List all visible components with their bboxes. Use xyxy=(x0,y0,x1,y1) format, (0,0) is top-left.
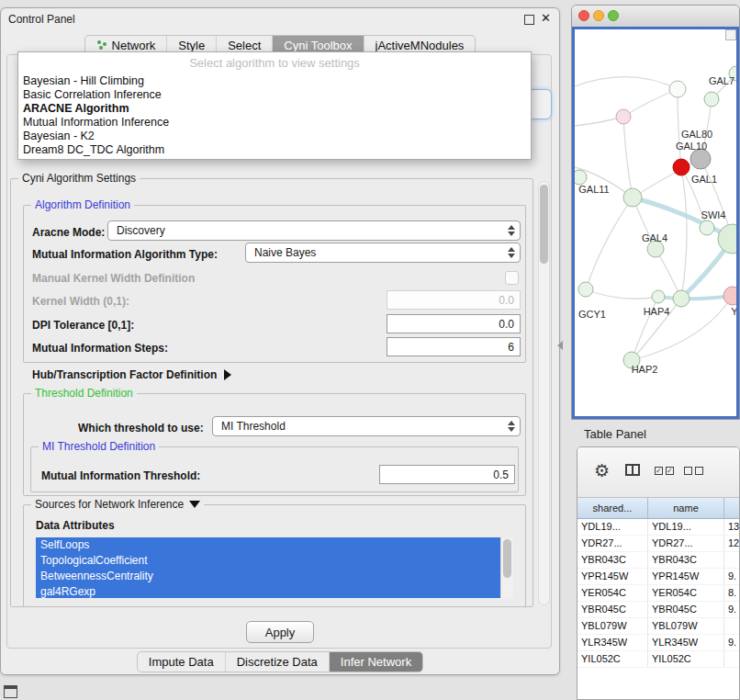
table-row[interactable]: YBL079WYBL079W xyxy=(577,618,739,635)
data-attribute-item[interactable]: SelfLoops xyxy=(36,537,500,553)
checked-box-icon xyxy=(666,467,674,475)
network-node[interactable] xyxy=(575,170,587,185)
table-row[interactable]: YIL052CYIL052C xyxy=(577,651,739,668)
tab-label: Style xyxy=(178,39,205,52)
mi-steps-label: Mutual Information Steps: xyxy=(32,342,168,355)
zoom-traffic-light[interactable] xyxy=(608,10,619,21)
settings-scrollbar-thumb[interactable] xyxy=(540,185,548,264)
splitter-arrow-icon[interactable] xyxy=(557,341,563,350)
gear-icon[interactable] xyxy=(594,460,610,481)
algorithm-option[interactable]: ARACNE Algorithm xyxy=(18,102,531,116)
node-label: Y xyxy=(731,306,738,317)
table-row[interactable]: YLR345WYLR345W9. xyxy=(577,635,739,651)
network-node[interactable] xyxy=(623,188,642,207)
network-edge[interactable] xyxy=(658,296,733,299)
mi-threshold-value: 0.5 xyxy=(493,469,509,481)
list-scrollbar[interactable] xyxy=(500,537,513,598)
network-edge[interactable] xyxy=(586,198,633,289)
tab-infer-network[interactable]: Infer Network xyxy=(329,652,422,672)
network-node[interactable] xyxy=(652,290,665,303)
tab-discretize-data[interactable]: Discretize Data xyxy=(225,652,329,672)
table-cell: YPR145W xyxy=(577,569,648,584)
scroll-corner-button[interactable] xyxy=(725,29,736,40)
table-row[interactable]: YBR043CYBR043C xyxy=(577,552,739,569)
network-node[interactable] xyxy=(616,109,631,124)
tab-label: Infer Network xyxy=(341,655,411,669)
dpi-tolerance-field[interactable]: 0.0 xyxy=(387,314,521,333)
node-label: HAP4 xyxy=(644,306,670,317)
node-label: GAL7 xyxy=(709,75,734,86)
close-icon[interactable] xyxy=(541,11,551,25)
data-attribute-item[interactable]: gal4RGexp xyxy=(36,584,500,598)
combo-stepper-icon xyxy=(508,247,515,258)
table-row[interactable]: YPR145WYPR145W9. xyxy=(577,569,739,585)
algorithm-option[interactable]: Basic Correlation Inference xyxy=(18,88,531,102)
network-node[interactable] xyxy=(700,220,714,235)
network-edge[interactable] xyxy=(575,77,678,89)
table-row[interactable]: YDL19...YDL19...13 xyxy=(577,519,739,536)
network-node[interactable] xyxy=(673,159,690,175)
group-title: MI Threshold Definition xyxy=(39,440,159,453)
mi-threshold-field[interactable]: 0.5 xyxy=(379,465,515,484)
network-edge[interactable] xyxy=(623,89,678,117)
hub-definition-expander[interactable]: Hub/Transcription Factor Definition xyxy=(32,368,231,381)
table-row[interactable]: YER054CYER054C8. xyxy=(577,585,739,602)
aracne-mode-label: Aracne Mode: xyxy=(32,226,105,239)
algorithm-option[interactable]: Bayesian - Hill Climbing xyxy=(18,74,531,88)
group-title: Algorithm Definition xyxy=(31,198,134,211)
table-row[interactable]: YDR27...YDR27...12 xyxy=(577,536,739,552)
network-view[interactable]: GAL80GAL10GAL11GAL1SWI4GAL4GCY1HAP4YHAP2… xyxy=(572,27,739,419)
table-cell: YLR345W xyxy=(577,635,648,650)
which-threshold-select[interactable]: MI Threshold xyxy=(212,416,521,436)
table-cell: YDR27... xyxy=(577,536,648,551)
network-edge[interactable] xyxy=(633,159,701,198)
sources-title: Sources for Network Inference xyxy=(35,498,184,511)
list-scrollbar-thumb[interactable] xyxy=(503,539,511,578)
float-window-icon[interactable] xyxy=(524,15,534,25)
table-panel-title: Table Panel xyxy=(584,427,646,441)
network-node[interactable] xyxy=(718,224,738,254)
network-node[interactable] xyxy=(690,149,711,169)
tab-label: Select xyxy=(228,39,261,52)
sources-collapser[interactable]: Sources for Network Inference xyxy=(31,498,204,511)
network-window-titlebar[interactable] xyxy=(572,6,739,28)
column-header[interactable]: name xyxy=(648,498,724,518)
mi-steps-field[interactable]: 6 xyxy=(387,337,521,356)
algorithm-dropdown-popup: Select algorithm to view settings Bayesi… xyxy=(17,51,532,160)
network-edge[interactable] xyxy=(586,289,658,299)
algorithm-option[interactable]: Bayesian - K2 xyxy=(18,130,531,143)
minimize-traffic-light[interactable] xyxy=(593,10,604,21)
network-edge[interactable] xyxy=(681,167,687,299)
data-attributes-list[interactable]: SelfLoopsTopologicalCoefficientBetweenne… xyxy=(36,537,513,598)
table-toolbar xyxy=(577,447,739,498)
network-node[interactable] xyxy=(673,290,690,307)
close-traffic-light[interactable] xyxy=(578,10,589,21)
network-edge[interactable] xyxy=(623,117,633,198)
docked-panel-icon[interactable] xyxy=(4,685,17,698)
select-all-columns-icon[interactable] xyxy=(655,467,674,475)
network-node[interactable] xyxy=(704,92,719,107)
network-node[interactable] xyxy=(723,287,738,305)
mi-algorithm-type-select[interactable]: Naive Bayes xyxy=(245,243,521,263)
data-attribute-item[interactable]: TopologicalCoefficient xyxy=(36,553,500,569)
column-header[interactable]: shared... xyxy=(577,498,648,518)
tab-impute-data[interactable]: Impute Data xyxy=(138,652,225,672)
data-attribute-item[interactable]: BetweennessCentrality xyxy=(36,569,500,584)
network-node[interactable] xyxy=(669,81,686,97)
node-label: GAL11 xyxy=(578,184,609,195)
columns-icon[interactable] xyxy=(625,464,640,476)
network-node[interactable] xyxy=(578,282,593,297)
data-attributes-label: Data Attributes xyxy=(36,519,115,532)
mi-steps-value: 6 xyxy=(508,341,514,354)
tab-label: jActiveMNodules xyxy=(376,39,465,52)
settings-scrollbar[interactable] xyxy=(538,181,550,605)
aracne-mode-select[interactable]: Discovery xyxy=(107,220,521,241)
algorithm-option[interactable]: Dream8 DC_TDC Algorithm xyxy=(18,143,531,157)
deselect-all-columns-icon[interactable] xyxy=(684,467,703,475)
table-cell: YDL19... xyxy=(648,519,724,535)
column-header[interactable] xyxy=(724,498,739,518)
table-cell: 9. xyxy=(724,602,739,617)
algorithm-option[interactable]: Mutual Information Inference xyxy=(18,116,531,130)
table-row[interactable]: YBR045CYBR045C9. xyxy=(577,602,739,618)
apply-button[interactable]: Apply xyxy=(246,621,314,643)
